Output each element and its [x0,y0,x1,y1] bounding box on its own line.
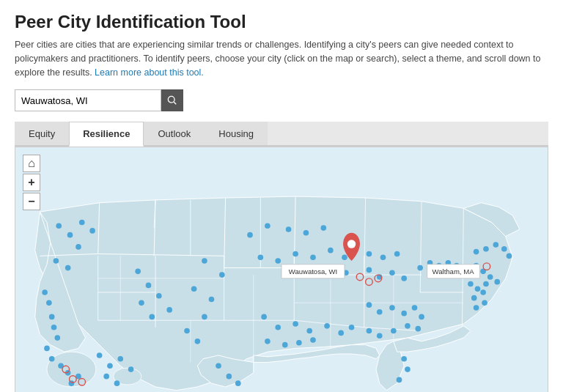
page-title: Peer City Identification Tool [15,12,548,32]
svg-point-52 [69,381,75,387]
svg-point-129 [475,286,481,292]
svg-point-49 [49,356,55,362]
svg-point-92 [401,275,407,281]
svg-point-54 [97,352,103,358]
svg-point-55 [107,363,113,369]
svg-point-96 [306,328,312,334]
tab-outlook[interactable]: Outlook [144,122,205,145]
page-container: Peer City Identification Tool Peer citie… [0,0,563,392]
search-input[interactable] [15,89,161,111]
svg-point-60 [135,269,141,275]
svg-point-141 [227,374,232,380]
svg-point-74 [265,223,271,229]
us-map-svg[interactable]: Wauwatosa, WI Waltham, MA [15,147,548,392]
svg-point-134 [474,305,479,311]
svg-point-107 [401,311,407,317]
svg-point-42 [65,265,71,271]
svg-point-44 [46,300,52,306]
svg-point-111 [391,328,397,334]
waltham-label: Waltham, MA [427,265,480,278]
svg-point-59 [114,381,120,387]
svg-point-116 [405,367,411,373]
svg-point-142 [235,381,241,387]
svg-point-102 [296,340,302,346]
svg-point-140 [216,363,221,369]
search-icon [167,95,177,106]
svg-point-105 [377,309,383,315]
svg-point-84 [367,251,372,257]
svg-point-48 [44,346,50,352]
svg-point-39 [89,228,95,234]
svg-point-114 [415,326,421,332]
svg-point-86 [394,251,400,257]
svg-point-80 [292,251,298,257]
svg-point-63 [139,300,144,306]
home-button[interactable]: ⌂ [23,155,40,172]
svg-point-109 [419,314,424,320]
svg-point-138 [501,246,507,252]
tab-equity[interactable]: Equity [15,122,69,145]
svg-point-47 [54,336,60,341]
svg-point-101 [282,342,288,348]
svg-point-56 [117,356,123,362]
svg-point-139 [507,254,512,259]
svg-point-70 [202,314,207,320]
svg-point-73 [247,232,253,238]
svg-point-45 [49,314,55,320]
map-controls: ⌂ + − [23,155,40,210]
svg-point-132 [471,295,477,301]
description-text: Peer cities are cities that are experien… [15,40,540,78]
svg-point-66 [202,258,207,264]
svg-point-69 [209,297,215,303]
svg-point-118 [417,265,423,271]
svg-point-113 [367,328,372,334]
svg-point-85 [380,255,386,261]
svg-point-104 [367,303,372,308]
svg-point-97 [324,323,330,329]
svg-point-98 [338,330,344,336]
svg-point-127 [494,279,500,285]
map-container[interactable]: ⌂ + − [15,147,548,392]
tab-bar: Equity Resilience Outlook Housing [15,122,548,147]
svg-point-112 [377,333,383,339]
zoom-out-button[interactable]: − [23,193,40,210]
svg-point-77 [320,226,326,232]
svg-text:Wauwatosa, WI: Wauwatosa, WI [289,267,338,275]
search-bar [15,89,548,111]
page-description: Peer cities are cities that are experien… [15,38,548,79]
svg-point-68 [191,286,197,292]
svg-point-99 [349,325,355,330]
svg-point-126 [487,274,493,280]
wauwatosa-label: Wauwatosa, WI [282,265,345,278]
svg-point-38 [79,220,85,226]
svg-point-103 [310,337,316,343]
svg-point-130 [468,281,474,287]
svg-point-82 [328,248,334,254]
svg-point-64 [166,307,172,313]
svg-point-62 [156,293,162,299]
svg-point-71 [184,328,190,334]
svg-point-115 [401,356,407,362]
svg-point-67 [219,273,225,278]
svg-text:Waltham, MA: Waltham, MA [433,267,475,275]
svg-point-75 [286,226,292,232]
search-button[interactable] [161,89,183,111]
tab-resilience[interactable]: Resilience [69,122,144,147]
svg-point-108 [412,305,418,311]
svg-point-137 [493,242,498,248]
svg-point-58 [103,374,109,380]
zoom-in-button[interactable]: + [23,174,40,191]
svg-point-133 [482,300,487,306]
svg-point-150 [347,240,356,248]
svg-point-72 [195,339,201,344]
svg-point-135 [474,249,479,255]
tab-housing[interactable]: Housing [205,122,268,145]
svg-point-94 [275,325,281,330]
svg-point-40 [76,244,81,250]
svg-point-65 [149,314,155,320]
svg-point-136 [483,246,489,252]
svg-point-117 [397,377,402,383]
svg-point-131 [480,289,486,295]
svg-point-81 [310,255,316,261]
learn-more-link[interactable]: Learn more about this tool. [95,67,204,78]
